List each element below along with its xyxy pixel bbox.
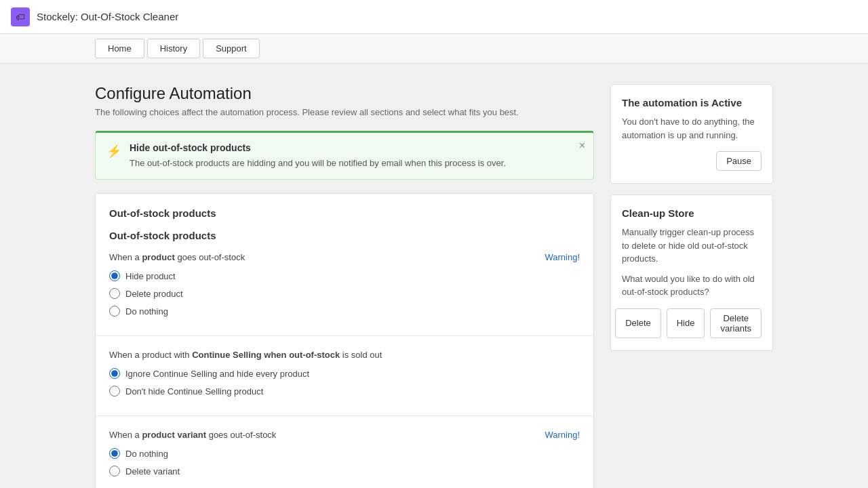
radio-delete-variant-input[interactable] bbox=[109, 466, 120, 476]
left-panel: Configure Automation The following choic… bbox=[95, 84, 594, 488]
cleanup-delete-button[interactable]: Delete bbox=[615, 308, 661, 338]
section-3-warning[interactable]: Warning! bbox=[545, 430, 580, 440]
section-3-label: When a product variant goes out-of-stock bbox=[109, 430, 276, 440]
section-2-label-bold: Continue Selling when out-of-stock bbox=[192, 350, 340, 360]
section-1-warning[interactable]: Warning! bbox=[545, 252, 580, 262]
cleanup-card: Clean-up Store Manually trigger clean-up… bbox=[610, 195, 773, 351]
pause-button[interactable]: Pause bbox=[716, 151, 762, 171]
notification-icon: ⚡ bbox=[106, 144, 121, 159]
cleanup-title: Clean-up Store bbox=[622, 207, 762, 219]
section-1-title: Out-of-stock products bbox=[109, 230, 580, 241]
radio-hide-product-label: Hide product bbox=[125, 271, 176, 281]
section-2-label: When a product with Continue Selling whe… bbox=[109, 350, 382, 360]
nav-support[interactable]: Support bbox=[203, 39, 260, 58]
automation-card-actions: Pause bbox=[622, 151, 762, 171]
radio-do-nothing-1[interactable]: Do nothing bbox=[109, 306, 580, 317]
radio-delete-product-label: Delete product bbox=[125, 289, 183, 299]
automation-status-title: The automation is Active bbox=[622, 97, 762, 108]
cleanup-hide-button[interactable]: Hide bbox=[667, 308, 705, 338]
section-1-heading: Out-of-stock products bbox=[109, 207, 580, 219]
app-title: Stockely: Out-Of-Stock Cleaner bbox=[37, 11, 178, 22]
radio-ignore-continue[interactable]: Ignore Continue Selling and hide every p… bbox=[109, 368, 580, 379]
section-1-form-row: When a product goes out-of-stock Warning… bbox=[109, 252, 580, 262]
section-out-of-stock: Out-of-stock products Out-of-stock produ… bbox=[96, 194, 593, 336]
radio-do-nothing-2-label: Do nothing bbox=[125, 449, 168, 459]
automation-status-text: You don't have to do anything, the autom… bbox=[622, 115, 762, 142]
sections-wrapper: Out-of-stock products Out-of-stock produ… bbox=[95, 193, 594, 488]
notification-message: The out-of-stock products are hidding an… bbox=[130, 157, 506, 169]
radio-hide-product[interactable]: Hide product bbox=[109, 270, 580, 281]
cleanup-text1: Manually trigger clean-up process to del… bbox=[622, 226, 762, 266]
radio-do-nothing-2[interactable]: Do nothing bbox=[109, 448, 580, 459]
notification-title: Hide out-of-stock products bbox=[130, 142, 506, 153]
nav-history[interactable]: History bbox=[147, 39, 200, 58]
main-content: Configure Automation The following choic… bbox=[0, 64, 868, 488]
radio-delete-variant[interactable]: Delete variant bbox=[109, 466, 580, 476]
radio-dont-hide[interactable]: Don't hide Continue Selling product bbox=[109, 386, 580, 396]
section-1-label: When a product goes out-of-stock bbox=[109, 252, 245, 262]
section-1-label-bold: product bbox=[142, 252, 174, 262]
cleanup-text2: What would you like to do with old out-o… bbox=[622, 272, 762, 299]
cleanup-delete-variants-button[interactable]: Delete variants bbox=[710, 308, 762, 338]
section-3-radio-group: Do nothing Delete variant bbox=[109, 448, 580, 476]
section-product-variant: When a product variant goes out-of-stock… bbox=[96, 415, 593, 488]
notification-close-button[interactable]: × bbox=[579, 140, 585, 152]
app-icon-emoji: 🏷 bbox=[16, 12, 25, 22]
section-1-radio-group: Hide product Delete product Do nothing bbox=[109, 270, 580, 317]
page-subtitle: The following choices affect the automat… bbox=[95, 107, 594, 117]
nav-home[interactable]: Home bbox=[95, 39, 144, 58]
section-2-radio-group: Ignore Continue Selling and hide every p… bbox=[109, 368, 580, 396]
radio-ignore-continue-input[interactable] bbox=[109, 368, 120, 379]
radio-do-nothing-1-label: Do nothing bbox=[125, 306, 168, 317]
radio-do-nothing-2-input[interactable] bbox=[109, 448, 120, 459]
top-bar: 🏷 Stockely: Out-Of-Stock Cleaner bbox=[0, 0, 868, 34]
radio-hide-product-input[interactable] bbox=[109, 270, 120, 281]
app-icon: 🏷 bbox=[11, 7, 30, 26]
notification-banner: ⚡ Hide out-of-stock products The out-of-… bbox=[95, 131, 594, 180]
radio-delete-variant-label: Delete variant bbox=[125, 466, 180, 476]
automation-status-card: The automation is Active You don't have … bbox=[610, 84, 773, 184]
right-panel: The automation is Active You don't have … bbox=[610, 84, 773, 351]
radio-dont-hide-input[interactable] bbox=[109, 386, 120, 396]
radio-ignore-continue-label: Ignore Continue Selling and hide every p… bbox=[125, 369, 309, 379]
notification-content: Hide out-of-stock products The out-of-st… bbox=[130, 142, 506, 169]
radio-dont-hide-label: Don't hide Continue Selling product bbox=[125, 386, 263, 396]
section-3-form-row: When a product variant goes out-of-stock… bbox=[109, 430, 580, 440]
cleanup-card-actions: Delete Hide Delete variants bbox=[622, 308, 762, 338]
section-continue-selling: When a product with Continue Selling whe… bbox=[96, 336, 593, 415]
radio-delete-product-input[interactable] bbox=[109, 288, 120, 299]
radio-do-nothing-1-input[interactable] bbox=[109, 306, 120, 317]
nav-bar: Home History Support bbox=[0, 34, 868, 64]
page-title: Configure Automation bbox=[95, 84, 594, 103]
radio-delete-product[interactable]: Delete product bbox=[109, 288, 580, 299]
section-2-form-row: When a product with Continue Selling whe… bbox=[109, 350, 580, 360]
section-3-label-bold: product variant bbox=[142, 430, 206, 440]
